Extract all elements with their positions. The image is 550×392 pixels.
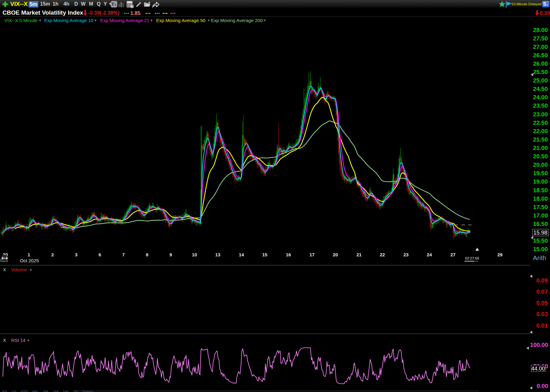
svg-text:22.50: 22.50 <box>533 119 548 126</box>
svg-text:29: 29 <box>497 252 503 257</box>
svg-text:0.03: 0.03 <box>536 311 548 317</box>
svg-text:13: 13 <box>215 252 221 257</box>
svg-text:3: 3 <box>75 252 77 257</box>
svg-text:26.50: 26.50 <box>533 52 548 58</box>
svg-text:19.00: 19.00 <box>533 178 548 185</box>
svg-text:22.00: 22.00 <box>533 128 548 134</box>
svg-text:25.50: 25.50 <box>533 69 548 75</box>
svg-text:18.00: 18.00 <box>533 195 548 202</box>
svg-text:23: 23 <box>403 252 409 257</box>
svg-text:44.00: 44.00 <box>531 366 545 372</box>
svg-text:27.50: 27.50 <box>533 35 548 42</box>
svg-text:15.00: 15.00 <box>533 246 548 252</box>
svg-text:16.50: 16.50 <box>533 221 548 227</box>
svg-text:15.98: 15.98 <box>533 230 547 236</box>
svg-text:7: 7 <box>122 252 125 257</box>
svg-text:15.50: 15.50 <box>533 237 548 244</box>
svg-text:20.00: 20.00 <box>533 161 548 168</box>
svg-text:9: 9 <box>170 252 172 257</box>
svg-text:8: 8 <box>146 252 148 257</box>
svg-text:20: 20 <box>333 252 338 257</box>
svg-text:100.00: 100.00 <box>530 342 548 348</box>
svg-text:21.50: 21.50 <box>533 136 548 143</box>
svg-text:23.00: 23.00 <box>533 111 548 118</box>
svg-text:6: 6 <box>99 252 101 257</box>
svg-text:24: 24 <box>427 252 432 257</box>
svg-text:22: 22 <box>380 252 385 257</box>
svg-text:26.00: 26.00 <box>533 60 548 67</box>
svg-text:10: 10 <box>192 252 197 257</box>
svg-text:18.50: 18.50 <box>533 187 548 194</box>
svg-text:19.50: 19.50 <box>533 170 548 176</box>
svg-text:0.05: 0.05 <box>536 300 548 306</box>
svg-text:0.09: 0.09 <box>536 277 548 284</box>
svg-text:17.50: 17.50 <box>533 204 548 210</box>
svg-text:15: 15 <box>262 252 268 257</box>
svg-text:27: 27 <box>450 252 456 257</box>
svg-text:14: 14 <box>239 252 244 257</box>
svg-text:17: 17 <box>310 252 315 257</box>
svg-text:23.50: 23.50 <box>533 102 548 109</box>
svg-text:25.00: 25.00 <box>533 77 548 84</box>
svg-text:16: 16 <box>286 252 291 257</box>
svg-text:0.00: 0.00 <box>537 383 548 389</box>
svg-text:21: 21 <box>357 252 362 257</box>
svg-text:0.01: 0.01 <box>536 322 548 329</box>
svg-text:20.50: 20.50 <box>533 153 548 160</box>
svg-text:0.07: 0.07 <box>536 288 548 295</box>
svg-text:21.00: 21.00 <box>533 145 548 151</box>
svg-text:24.00: 24.00 <box>533 94 548 100</box>
svg-text:24.50: 24.50 <box>533 86 548 92</box>
svg-text:17.00: 17.00 <box>533 212 548 219</box>
svg-text:2: 2 <box>51 252 54 257</box>
svg-text:1: 1 <box>28 252 30 257</box>
svg-text:27.00: 27.00 <box>533 44 548 50</box>
svg-text:28.00: 28.00 <box>533 27 548 33</box>
